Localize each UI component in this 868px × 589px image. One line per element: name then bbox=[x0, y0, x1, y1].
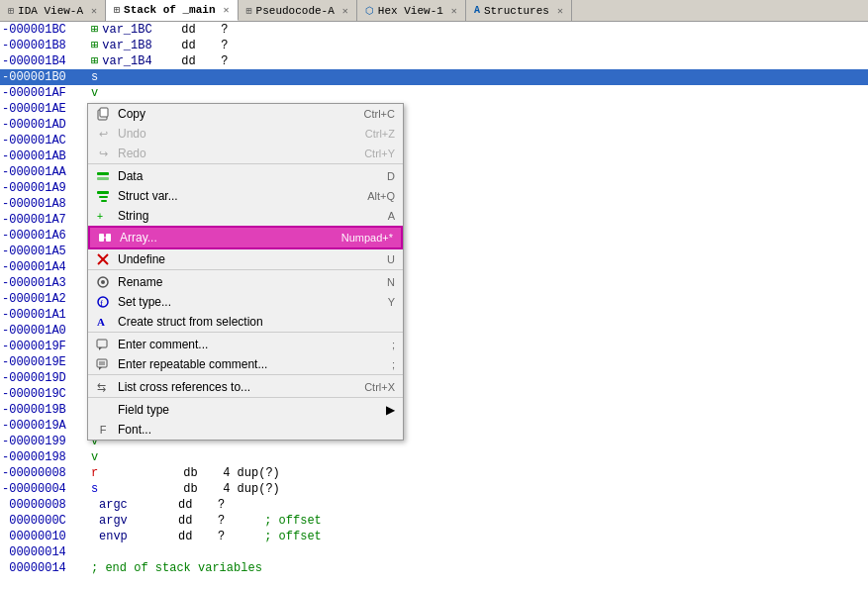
fieldtype-icon bbox=[94, 402, 112, 418]
code-line: 00000014 bbox=[0, 544, 868, 560]
svg-rect-3 bbox=[97, 177, 109, 180]
tab-icon-pseudo: ⊞ bbox=[246, 5, 252, 17]
svg-rect-9 bbox=[106, 234, 111, 242]
enter-comment-shortcut: ; bbox=[392, 339, 395, 350]
comment-icon bbox=[94, 337, 112, 352]
code-line: -00000198 v bbox=[0, 449, 868, 465]
undefine-label: Undefine bbox=[118, 252, 367, 266]
tab-pseudocode-a[interactable]: ⊞ Pseudocode-A ✕ bbox=[239, 0, 357, 21]
rename-shortcut: N bbox=[387, 276, 395, 288]
svg-rect-20 bbox=[97, 359, 107, 367]
svg-rect-4 bbox=[97, 191, 109, 194]
tab-close-struct[interactable]: ✕ bbox=[557, 5, 563, 17]
menu-item-undo[interactable]: ↩ Undo Ctrl+Z bbox=[88, 124, 403, 144]
copy-shortcut: Ctrl+C bbox=[364, 108, 395, 120]
svg-rect-5 bbox=[99, 196, 108, 198]
menu-item-rename[interactable]: Rename N bbox=[88, 272, 403, 292]
tab-label-hex: Hex View-1 bbox=[378, 5, 443, 17]
tab-hex-view-1[interactable]: ⬡ Hex View-1 ✕ bbox=[357, 0, 466, 21]
data-shortcut: D bbox=[387, 170, 395, 182]
code-line-selected: -000001B0 s bbox=[0, 69, 868, 85]
code-line: -00000004 s db 4 dup(?) bbox=[0, 481, 868, 497]
menu-item-data[interactable]: Data D bbox=[88, 166, 403, 186]
menu-item-repeatable-comment[interactable]: Enter repeatable comment... ; bbox=[88, 354, 403, 375]
array-shortcut: Numpad+* bbox=[341, 232, 393, 244]
tab-label-stack: Stack of _main bbox=[124, 4, 215, 16]
code-line: -000001B8 ⊞ var_1B8 dd ? bbox=[0, 38, 868, 53]
code-line: 00000008 argc dd ? bbox=[0, 497, 868, 513]
data-label: Data bbox=[118, 169, 367, 183]
code-line: -000001AF v bbox=[0, 85, 868, 101]
redo-icon: ↪ bbox=[94, 146, 112, 161]
tab-close-stack[interactable]: ✕ bbox=[224, 4, 230, 16]
menu-item-create-struct[interactable]: A Create struct from selection bbox=[88, 312, 403, 333]
undo-label: Undo bbox=[118, 127, 345, 141]
set-type-label: Set type... bbox=[118, 295, 368, 309]
tab-label-struct: Structures bbox=[484, 5, 549, 17]
code-line: 0000000C argv dd ? ; offset bbox=[0, 513, 868, 529]
undo-shortcut: Ctrl+Z bbox=[365, 128, 395, 140]
string-shortcut: A bbox=[388, 210, 395, 222]
svg-rect-18 bbox=[97, 340, 107, 347]
code-line: -000001B4 ⊞ var_1B4 dd ? bbox=[0, 53, 868, 69]
tab-bar: ⊞ IDA View-A ✕ ⊞ Stack of _main ✕ ⊞ Pseu… bbox=[0, 0, 868, 22]
tab-structures[interactable]: A Structures ✕ bbox=[466, 0, 572, 21]
xref-icon: ⇆ bbox=[92, 379, 110, 395]
menu-item-struct-var[interactable]: Struct var... Alt+Q bbox=[88, 186, 403, 206]
tab-close-pseudo[interactable]: ✕ bbox=[342, 5, 348, 17]
menu-item-copy[interactable]: Copy Ctrl+C bbox=[88, 104, 403, 124]
menu-item-undefine[interactable]: Undefine U bbox=[88, 249, 403, 270]
xref-label: List cross references to... bbox=[118, 380, 344, 394]
menu-item-enter-comment[interactable]: Enter comment... ; bbox=[88, 335, 403, 354]
undefine-shortcut: U bbox=[387, 253, 395, 265]
code-line-end-comment: 00000014 ; end of stack variables bbox=[0, 560, 868, 576]
redo-label: Redo bbox=[118, 147, 344, 160]
svg-point-14 bbox=[101, 280, 105, 284]
context-menu: Copy Ctrl+C ↩ Undo Ctrl+Z ↪ Redo Ctrl+Y … bbox=[87, 103, 404, 441]
string-label: String bbox=[118, 209, 368, 223]
tab-stack-of-main[interactable]: ⊞ Stack of _main ✕ bbox=[106, 0, 238, 21]
field-type-label: Field type bbox=[118, 403, 382, 417]
svg-rect-6 bbox=[101, 200, 107, 202]
menu-item-array[interactable]: Array... Numpad+* bbox=[88, 226, 403, 249]
code-line: -000001BC ⊞ var_1BC dd ? bbox=[0, 22, 868, 38]
string-icon: + bbox=[94, 208, 112, 224]
xref-shortcut: Ctrl+X bbox=[364, 381, 395, 393]
tab-close-ida[interactable]: ✕ bbox=[91, 5, 97, 17]
tab-label-pseudo: Pseudocode-A bbox=[256, 5, 335, 17]
redo-shortcut: Ctrl+Y bbox=[364, 147, 395, 159]
menu-item-xref[interactable]: ⇆ List cross references to... Ctrl+X bbox=[88, 377, 403, 398]
svg-rect-1 bbox=[100, 108, 108, 117]
svg-text:A: A bbox=[97, 316, 105, 328]
tab-label-ida: IDA View-A bbox=[18, 5, 83, 17]
repeatable-comment-shortcut: ; bbox=[392, 358, 395, 370]
tab-icon-hex: ⬡ bbox=[365, 5, 374, 17]
tab-icon-ida: ⊞ bbox=[8, 5, 14, 17]
settype-icon: f bbox=[94, 294, 112, 310]
tab-icon-struct: A bbox=[474, 5, 480, 16]
struct-var-label: Struct var... bbox=[118, 189, 347, 203]
menu-item-font[interactable]: F Font... bbox=[88, 420, 403, 440]
array-label: Array... bbox=[120, 231, 322, 245]
undo-icon: ↩ bbox=[94, 126, 112, 142]
code-line: -00000008 r db 4 dup(?) bbox=[0, 465, 868, 481]
rename-icon bbox=[94, 274, 112, 290]
menu-item-set-type[interactable]: f Set type... Y bbox=[88, 292, 403, 312]
tab-close-hex[interactable]: ✕ bbox=[451, 5, 457, 17]
enter-comment-label: Enter comment... bbox=[118, 338, 372, 351]
font-icon: F bbox=[94, 422, 112, 438]
array-icon bbox=[96, 230, 114, 245]
font-label: Font... bbox=[118, 423, 375, 437]
menu-item-string[interactable]: + String A bbox=[88, 206, 403, 226]
data-icon bbox=[94, 168, 112, 184]
menu-item-field-type[interactable]: Field type ▶ bbox=[88, 400, 403, 420]
copy-label: Copy bbox=[118, 107, 344, 121]
menu-item-redo[interactable]: ↪ Redo Ctrl+Y bbox=[88, 144, 403, 164]
tab-ida-view-a[interactable]: ⊞ IDA View-A ✕ bbox=[0, 0, 106, 21]
code-line: 00000010 envp dd ? ; offset bbox=[0, 529, 868, 544]
main-content: -000001BC ⊞ var_1BC dd ? -000001B8 ⊞ var… bbox=[0, 22, 868, 589]
repcomment-icon bbox=[94, 356, 112, 372]
struct-var-shortcut: Alt+Q bbox=[367, 190, 395, 202]
svg-text:f: f bbox=[100, 298, 103, 308]
rename-label: Rename bbox=[118, 275, 367, 289]
